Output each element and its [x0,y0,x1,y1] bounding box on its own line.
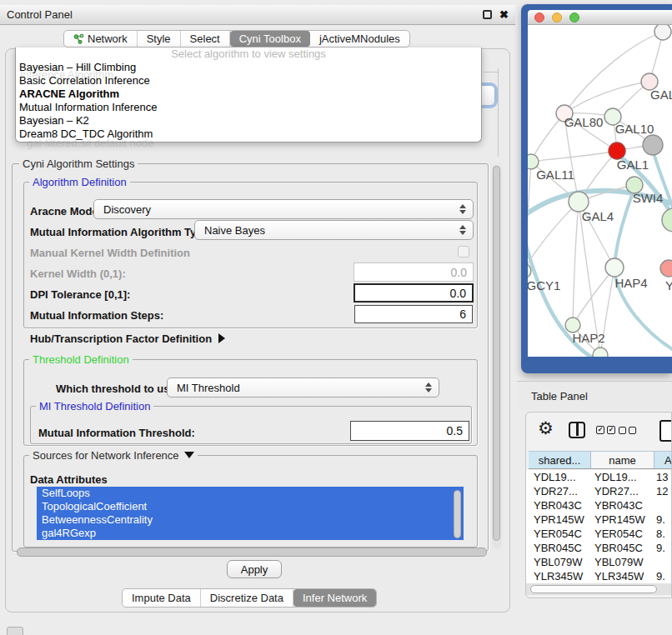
dropdown-item[interactable]: Mutual Information Inference [16,101,481,114]
cell[interactable]: 13 [652,470,670,484]
attribute-item-selected[interactable]: gal4RGexp [37,527,464,540]
tab-select[interactable]: Select [181,31,230,47]
tab-jactivemnodules[interactable]: jActiveMNodules [310,31,409,47]
cell[interactable]: 9. [652,512,670,527]
gear-icon[interactable]: ⚙ [538,419,554,437]
dropdown-item[interactable]: Bayesian – K2 [16,114,481,128]
manual-kernel-label: Manual Kernel Width Definition [30,247,190,259]
tab-impute-data[interactable]: Impute Data [123,589,201,607]
mi-type-value: Naive Bayes [204,224,265,237]
node-salmon[interactable] [660,260,672,277]
attribute-item-selected[interactable]: TopologicalCoefficient [37,500,464,513]
kernel-width-field[interactable]: 0.0 [354,262,474,282]
settings-horizontal-scrollbar[interactable] [17,548,487,557]
cell[interactable]: YDL19... [589,470,652,484]
screen: Control Panel ✖ Network Style Select Cyn… [0,0,672,635]
column-header-shared-name[interactable]: shared... [529,451,591,469]
cell[interactable]: YLR345W [589,569,652,583]
network-canvas[interactable]: GAL GAL80 GAL10 GAL1 GAL11 SWI4 GAL4 GCY… [528,25,672,357]
dropdown-item[interactable]: Basic Correlation Inference [16,74,481,88]
dropdown-item[interactable]: Dream8 DC_TDC Algorithm [16,128,481,141]
cell[interactable]: YBR043C [526,498,589,512]
cell[interactable] [652,555,670,569]
control-panel-titlebar: Control Panel ✖ [0,5,515,25]
cell[interactable]: YDR27... [589,484,652,498]
minimized-panel-chip[interactable] [7,627,23,635]
cell[interactable]: YBL079W [526,555,589,569]
cell[interactable]: YBR045C [526,541,589,555]
combo-arrows-icon [459,204,466,214]
cell[interactable]: YDR27... [526,484,589,498]
mi-type-label: Mutual Information Algorithm Type: [30,226,213,238]
attributes-scrollbar[interactable] [453,488,462,542]
tab-discretize-data[interactable]: Discretize Data [201,589,293,607]
which-threshold-value: MI Threshold [177,382,240,394]
sources-disclosure[interactable]: Sources for Network Inference [29,449,198,462]
cell[interactable]: YBR043C [589,498,652,512]
cell[interactable]: 12 [652,484,670,498]
dpi-tolerance-value: 0.0 [450,287,466,300]
traffic-minimize-button[interactable] [552,12,562,22]
cell[interactable]: YDL19... [526,470,589,484]
dropdown-item-selected[interactable]: ARACNE Algorithm [16,88,481,101]
table-horizontal-scrollbar[interactable] [526,583,672,595]
network-graph: GAL GAL80 GAL10 GAL1 GAL11 SWI4 GAL4 GCY… [528,25,672,357]
node-label: HAP2 [572,331,604,345]
node-gal1[interactable] [609,142,625,159]
node-gray[interactable] [643,135,663,155]
manual-kernel-checkbox[interactable] [458,246,469,258]
settings-vertical-scrollbar[interactable] [492,164,502,549]
cell[interactable]: YER054C [526,527,589,541]
node-label: GAL4 [582,209,614,223]
network-window-titlebar [528,10,672,25]
dropdown-item[interactable]: Bayesian – Hill Climbing [16,61,481,74]
data-attributes-list: SelfLoops TopologicalCoefficient Between… [37,487,464,543]
node-label: GAL10 [615,122,654,136]
which-threshold-combobox[interactable]: MI Threshold [167,378,439,398]
cell[interactable]: 9. [652,541,670,555]
node-label: GCY1 [528,278,560,292]
hub-definition-disclosure[interactable]: Hub/Transcription Factor Definition [30,332,225,345]
group-title: MI Threshold Definition [36,400,153,412]
apply-button[interactable]: Apply [227,560,282,578]
mi-algorithm-type-combobox[interactable]: Naive Bayes [194,220,474,240]
aracne-mode-combobox[interactable]: Discovery [93,199,474,219]
columns-icon[interactable] [569,422,585,438]
mi-threshold-field[interactable]: 0.5 [350,421,469,441]
traffic-zoom-button[interactable] [569,12,579,22]
node[interactable] [654,25,671,40]
select-all-checkboxes-icon[interactable]: ✓✓ [596,426,615,434]
node-hap4[interactable] [605,258,624,277]
cell[interactable]: YER054C [589,527,652,541]
cell[interactable]: YBR045C [589,541,652,555]
table-panel-title: Table Panel [531,390,588,402]
cell[interactable]: YPR145W [526,512,589,527]
attribute-item-selected[interactable]: BetweennessCentrality [37,513,464,527]
close-panel-icon[interactable]: ✖ [499,10,509,19]
attribute-item-selected[interactable]: SelfLoops [37,487,464,500]
mi-steps-field[interactable]: 6 [354,305,473,323]
control-panel-title: Control Panel [7,8,73,21]
node-bottom[interactable] [593,348,608,357]
cell[interactable] [652,498,670,512]
deselect-all-checkboxes-icon[interactable] [619,427,636,434]
cell[interactable]: YLR345W [526,569,589,583]
dpi-tolerance-field[interactable]: 0.0 [354,283,474,302]
cell[interactable]: YBL079W [589,555,652,569]
new-table-icon[interactable] [659,420,672,442]
traffic-close-button[interactable] [534,12,544,22]
cell[interactable]: 8. [652,527,670,541]
tab-infer-network[interactable]: Infer Network [293,589,376,607]
cell[interactable]: YPR145W [589,512,652,527]
kernel-width-value: 0.0 [451,266,467,279]
algorithm-dropdown-list: Select algorithm to view settings Bayesi… [15,48,482,142]
tab-cyni-toolbox[interactable]: Cyni Toolbox [230,31,310,47]
node-large-green[interactable] [662,208,672,232]
cell[interactable]: 9. [652,569,670,583]
float-window-icon[interactable] [483,10,492,19]
column-header-clipped[interactable]: A [654,451,672,469]
tab-network[interactable]: Network [64,31,138,47]
tab-style[interactable]: Style [138,31,181,47]
mi-steps-label: Mutual Information Steps: [30,309,163,322]
column-header-name[interactable]: name [591,451,654,469]
